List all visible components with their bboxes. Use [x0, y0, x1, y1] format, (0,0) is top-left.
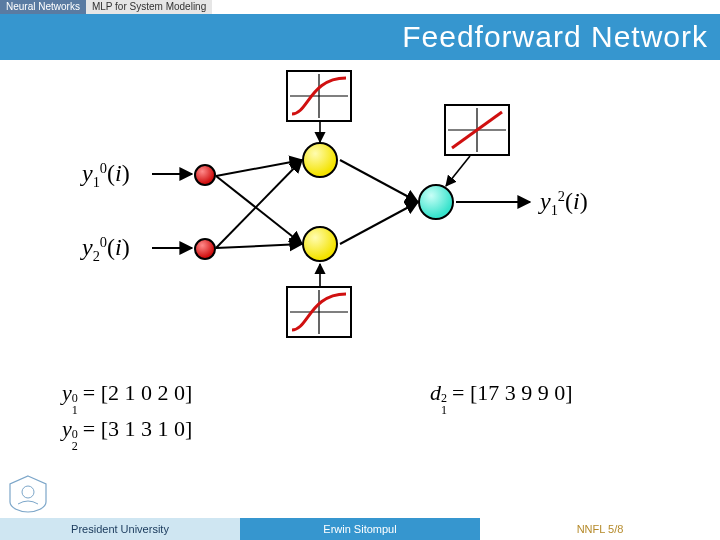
topbar-chapter: MLP for System Modeling — [86, 0, 212, 14]
slide-title: Feedforward Network — [402, 20, 708, 54]
eq-y1-0: y10 = [2 1 0 2 0] — [62, 380, 192, 406]
footer: President University Erwin Sitompul NNFL… — [0, 518, 720, 540]
eq-var: d — [430, 380, 441, 405]
footer-left: President University — [0, 518, 240, 540]
activation-box-bottom — [286, 286, 352, 338]
footer-center: Erwin Sitompul — [240, 518, 480, 540]
eq-vals: [17 3 9 9 0] — [470, 380, 573, 405]
input-node-2 — [194, 238, 216, 260]
label-y1-0: y10(i) — [82, 160, 130, 187]
footer-right: NNFL 5/8 — [480, 518, 720, 540]
linear-icon — [446, 106, 508, 154]
eq-var: y — [62, 416, 72, 441]
topbar-course: Neural Networks — [0, 0, 86, 14]
svg-point-19 — [22, 486, 34, 498]
input-node-1 — [194, 164, 216, 186]
sigmoid-icon — [288, 288, 350, 336]
slide-content: y10(i) y20(i) y12(i) y10 = [2 1 0 2 0] y… — [0, 60, 720, 518]
slide-title-bar: Feedforward Network — [0, 14, 720, 60]
svg-line-5 — [340, 202, 418, 244]
label-y2-0: y20(i) — [82, 234, 130, 261]
eq-y2-0: y20 = [3 1 3 1 0] — [62, 416, 192, 442]
hidden-node-1 — [302, 142, 338, 178]
svg-line-11 — [446, 156, 470, 186]
network-edges — [0, 60, 720, 520]
university-logo — [6, 474, 50, 514]
label-y1-2: y12(i) — [540, 188, 588, 215]
activation-box-top — [286, 70, 352, 122]
activation-box-linear — [444, 104, 510, 156]
eq-var: y — [62, 380, 72, 405]
output-node-1 — [418, 184, 454, 220]
sigmoid-icon — [288, 72, 350, 120]
svg-line-4 — [340, 160, 418, 202]
topbar-spacer — [212, 0, 720, 14]
logo-icon — [6, 474, 50, 514]
eq-d1-2: d12 = [17 3 9 9 0] — [430, 380, 573, 406]
hidden-node-2 — [302, 226, 338, 262]
svg-line-3 — [216, 244, 302, 248]
topbar: Neural Networks MLP for System Modeling — [0, 0, 720, 14]
eq-vals: [2 1 0 2 0] — [101, 380, 193, 405]
eq-vals: [3 1 3 1 0] — [101, 416, 193, 441]
